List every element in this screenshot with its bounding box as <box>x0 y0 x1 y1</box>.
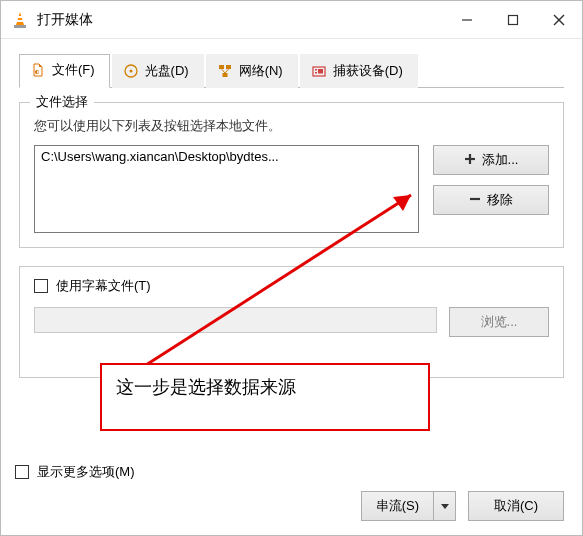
svg-rect-2 <box>16 20 23 22</box>
disc-icon <box>123 63 139 79</box>
tab-capture-label: 捕获设备(D) <box>333 62 403 80</box>
svg-marker-0 <box>16 12 24 25</box>
stream-dropdown-arrow[interactable] <box>434 491 456 521</box>
subtitle-group: 使用字幕文件(T) 浏览... 这一步是选择数据来源 <box>19 266 564 378</box>
subtitle-checkbox[interactable] <box>34 279 48 293</box>
stream-button-label: 串流(S) <box>376 497 419 515</box>
add-button[interactable]: 添加... <box>433 145 549 175</box>
window-title: 打开媒体 <box>37 11 444 29</box>
svg-point-12 <box>129 69 132 72</box>
plus-icon <box>464 153 476 168</box>
file-item[interactable]: C:\Users\wang.xiancan\Desktop\bydtes... <box>39 148 414 165</box>
tab-network[interactable]: 网络(N) <box>206 54 298 88</box>
file-selection-desc: 您可以使用以下列表及按钮选择本地文件。 <box>34 117 549 135</box>
svg-rect-14 <box>226 65 231 69</box>
file-list[interactable]: C:\Users\wang.xiancan\Desktop\bydtes... <box>34 145 419 233</box>
cancel-button-label: 取消(C) <box>494 497 538 515</box>
browse-button-label: 浏览... <box>481 313 518 331</box>
tab-disc[interactable]: 光盘(D) <box>112 54 204 88</box>
svg-line-16 <box>221 69 225 73</box>
tab-disc-label: 光盘(D) <box>145 62 189 80</box>
tab-network-label: 网络(N) <box>239 62 283 80</box>
file-icon <box>30 62 46 78</box>
maximize-button[interactable] <box>490 5 536 35</box>
subtitle-checkbox-label: 使用字幕文件(T) <box>56 277 151 295</box>
cancel-button[interactable]: 取消(C) <box>468 491 564 521</box>
browse-button: 浏览... <box>449 307 549 337</box>
more-options-row: 显示更多选项(M) <box>15 463 135 481</box>
minus-icon <box>469 193 481 208</box>
svg-line-17 <box>225 69 229 73</box>
remove-button-label: 移除 <box>487 191 513 209</box>
network-icon <box>217 63 233 79</box>
stream-split-button[interactable]: 串流(S) <box>361 491 456 521</box>
subtitle-path-input <box>34 307 437 333</box>
tab-bar: 文件(F) 光盘(D) 网络(N) 捕获设备(D) <box>19 53 564 88</box>
svg-rect-19 <box>315 69 317 71</box>
stream-button[interactable]: 串流(S) <box>361 491 434 521</box>
svg-marker-27 <box>441 504 449 509</box>
more-options-checkbox[interactable] <box>15 465 29 479</box>
add-button-label: 添加... <box>482 151 519 169</box>
dialog-footer: 串流(S) 取消(C) <box>361 491 564 521</box>
tab-file-label: 文件(F) <box>52 61 95 79</box>
svg-rect-21 <box>318 69 323 74</box>
tab-file[interactable]: 文件(F) <box>19 54 110 88</box>
annotation-text: 这一步是选择数据来源 <box>116 377 296 397</box>
svg-rect-13 <box>219 65 224 69</box>
svg-rect-1 <box>17 16 23 18</box>
file-selection-legend: 文件选择 <box>30 93 94 111</box>
remove-button[interactable]: 移除 <box>433 185 549 215</box>
titlebar: 打开媒体 <box>1 1 582 39</box>
minimize-button[interactable] <box>444 5 490 35</box>
svg-rect-3 <box>14 25 26 28</box>
svg-rect-20 <box>315 72 317 74</box>
vlc-icon <box>11 11 29 29</box>
open-media-dialog: 打开媒体 文件(F) 光盘(D) 网络(N) <box>0 0 583 536</box>
capture-icon <box>311 63 327 79</box>
file-selection-group: 文件选择 您可以使用以下列表及按钮选择本地文件。 C:\Users\wang.x… <box>19 102 564 248</box>
more-options-label: 显示更多选项(M) <box>37 463 135 481</box>
tab-capture[interactable]: 捕获设备(D) <box>300 54 418 88</box>
annotation-callout: 这一步是选择数据来源 <box>100 363 430 431</box>
svg-rect-15 <box>222 73 227 77</box>
close-button[interactable] <box>536 5 582 35</box>
svg-rect-5 <box>509 15 518 24</box>
